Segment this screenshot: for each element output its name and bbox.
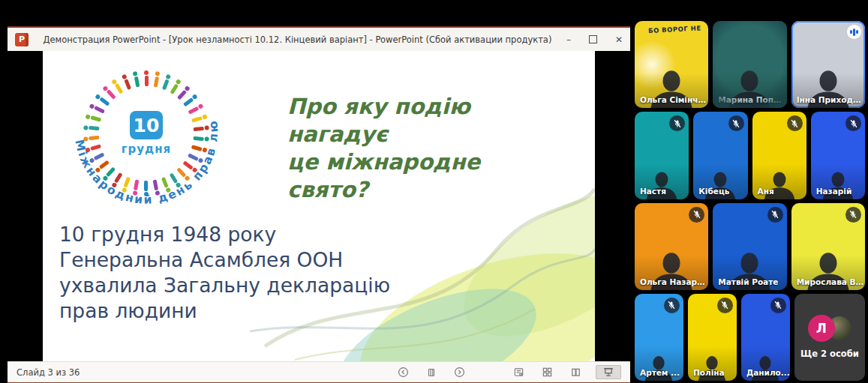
avatar: Л: [808, 315, 835, 342]
participant-name: Поліна: [693, 368, 725, 377]
participant-name: Ольга Назаро...: [640, 277, 707, 286]
notes-view-icon[interactable]: [510, 365, 527, 379]
close-button[interactable]: ✕: [615, 35, 623, 44]
participant-tile[interactable]: Матвій Роате: [713, 203, 786, 290]
participant-name: Інна Приходько: [797, 95, 864, 104]
participant-row: Ольга Назаро...Матвій РоатеМирослава Ва.…: [635, 203, 865, 290]
minimize-button[interactable]: –: [566, 35, 571, 44]
mic-off-icon: [689, 207, 704, 223]
previous-slide-icon[interactable]: [395, 365, 412, 379]
mic-off-icon: [767, 207, 783, 223]
participant-tile[interactable]: Інна Приходько: [791, 21, 865, 108]
next-slide-icon[interactable]: [451, 365, 468, 379]
participant-tile[interactable]: Данило...: [741, 294, 790, 381]
mic-off-icon: [845, 207, 861, 223]
grid-view-icon[interactable]: [539, 365, 556, 379]
participant-silhouette: [721, 38, 779, 108]
participant-name: Назарій: [816, 187, 852, 196]
reading-view-icon[interactable]: [567, 365, 584, 379]
pen-tools-icon[interactable]: [423, 366, 440, 379]
mic-off-icon: [664, 298, 680, 313]
powerpoint-window: P Демонстрация PowerPoint - [Урок незлам…: [8, 26, 630, 383]
statusbar: Слайд 3 из 36: [8, 361, 630, 382]
participants-grid: БО ВОРОГ НЕОльга Сімінче...Марина Попова…: [635, 21, 865, 381]
slideshow-area: 10 грудня Міжнародний день прав людини П…: [8, 51, 630, 361]
participant-row: НастяКібецьАняНазарій: [635, 112, 865, 199]
participant-tile[interactable]: Мирослава Ва...: [791, 203, 865, 290]
mic-off-icon: [717, 298, 733, 313]
participant-name: Мирослава Ва...: [797, 277, 864, 286]
window-controls: – ✕: [566, 35, 623, 44]
participant-name: Аня: [758, 187, 774, 196]
tile-shade: [713, 21, 786, 108]
participant-tile[interactable]: Назарій: [811, 112, 865, 199]
participant-tile[interactable]: Аня: [752, 112, 806, 199]
participant-name: Данило...: [746, 368, 790, 377]
mic-off-icon: [787, 115, 803, 131]
meeting-screen: P Демонстрация PowerPoint - [Урок незлам…: [0, 0, 868, 383]
participant-tile[interactable]: Ольга Назаро...: [635, 203, 708, 290]
participant-tile[interactable]: ЛЩе 2 особи: [794, 294, 865, 381]
participant-tile[interactable]: Марина Попова: [713, 21, 786, 108]
participant-tile[interactable]: Артем ...: [635, 294, 683, 381]
active-speaker-icon: [847, 25, 861, 39]
slide-body-text: 10 грудня 1948 року Генеральна Асамблея …: [59, 222, 434, 324]
mic-off-icon: [770, 298, 786, 313]
slideshow-view-icon[interactable]: [596, 365, 621, 379]
statusbar-icons: [395, 365, 621, 379]
slide-counter: Слайд 3 из 36: [17, 367, 80, 378]
slide: 10 грудня Міжнародний день прав людини П…: [43, 51, 595, 361]
participant-tile[interactable]: БО ВОРОГ НЕОльга Сімінче...: [635, 21, 708, 108]
powerpoint-icon: P: [15, 33, 29, 46]
more-people-label: Ще 2 особи: [800, 349, 859, 359]
participant-row: Артем ...ПолінаДанило...ЛЩе 2 особи: [635, 294, 865, 381]
logo-circular-text: Міжнародний день прав людини: [55, 61, 238, 220]
participant-avatars: Л: [808, 315, 851, 342]
participant-name: Матвій Роате: [718, 277, 778, 286]
participant-row: БО ВОРОГ НЕОльга Сімінче...Марина Попова…: [635, 21, 865, 108]
participant-name: Марина Попова: [718, 95, 785, 104]
maximize-button[interactable]: [589, 35, 597, 43]
mic-off-icon: [728, 115, 744, 131]
human-rights-day-logo: 10 грудня Міжнародний день прав людини: [55, 61, 238, 220]
slide-question-text: Про яку подію нагадує це міжнародне свят…: [287, 93, 557, 204]
participant-name: Артем ...: [640, 368, 680, 377]
participant-name: Кібець: [698, 187, 729, 196]
participant-name: Ольга Сімінче...: [640, 95, 707, 104]
window-title: Демонстрация PowerPoint - [Урок незламно…: [29, 34, 566, 45]
window-titlebar: P Демонстрация PowerPoint - [Урок незлам…: [8, 28, 630, 51]
participant-tile[interactable]: Поліна: [688, 294, 737, 381]
participant-tile[interactable]: Настя: [635, 112, 689, 199]
svg-text:Міжнародний день прав людини: Міжнародний день прав людини: [50, 51, 221, 207]
participant-name: Настя: [640, 187, 666, 196]
participant-tile[interactable]: Кібець: [693, 112, 747, 199]
